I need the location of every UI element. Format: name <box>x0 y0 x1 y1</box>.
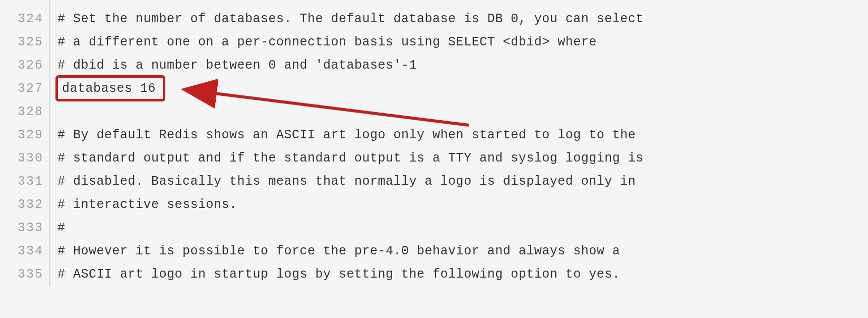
line-content: # disabled. Basically this means that no… <box>50 170 636 193</box>
code-line: 332# interactive sessions. <box>0 193 868 216</box>
code-line: 329# By default Redis shows an ASCII art… <box>0 123 868 146</box>
line-content: # ASCII art logo in startup logs by sett… <box>50 262 620 286</box>
line-content: # By default Redis shows an ASCII art lo… <box>50 123 636 146</box>
highlight-box: databases 16 <box>55 75 165 101</box>
code-line: 335# ASCII art logo in startup logs by s… <box>0 262 868 286</box>
line-number: 327 <box>0 77 50 100</box>
line-number: 330 <box>0 146 50 170</box>
line-text: # Set the number of databases. The defau… <box>57 12 644 26</box>
line-text: # <box>57 221 66 235</box>
line-text: # dbid is a number between 0 and 'databa… <box>57 58 417 73</box>
line-content: # dbid is a number between 0 and 'databa… <box>50 54 417 77</box>
line-number: 328 <box>0 100 50 123</box>
line-text: # standard output and if the standard ou… <box>57 151 644 166</box>
code-line: 333# <box>0 216 868 239</box>
line-content: # However it is possible to force the pr… <box>50 239 620 262</box>
line-content: # interactive sessions. <box>50 193 237 216</box>
code-line: 324# Set the number of databases. The de… <box>0 7 868 30</box>
code-line: 325# a different one on a per-connection… <box>0 30 868 54</box>
line-number: 324 <box>0 7 50 30</box>
line-text: # By default Redis shows an ASCII art lo… <box>57 128 636 142</box>
line-text: # disabled. Basically this means that no… <box>57 174 636 189</box>
line-number: 331 <box>0 170 50 193</box>
line-text: # ASCII art logo in startup logs by sett… <box>57 267 620 282</box>
code-editor[interactable]: 324# Set the number of databases. The de… <box>0 0 868 286</box>
line-number: 329 <box>0 123 50 146</box>
code-line: 327databases 16 <box>0 77 868 100</box>
line-content: # a different one on a per-connection ba… <box>50 30 597 54</box>
line-number: 332 <box>0 193 50 216</box>
line-number: 325 <box>0 30 50 54</box>
line-content <box>50 0 57 7</box>
code-line: 326# dbid is a number between 0 and 'dat… <box>0 54 868 77</box>
line-text: # interactive sessions. <box>57 197 237 212</box>
line-number: 335 <box>0 262 50 286</box>
line-number: 326 <box>0 54 50 77</box>
line-number: 334 <box>0 239 50 262</box>
line-content: # standard output and if the standard ou… <box>50 146 644 170</box>
line-text: # However it is possible to force the pr… <box>57 244 620 258</box>
code-line-partial <box>0 0 868 7</box>
code-line: 334# However it is possible to force the… <box>0 239 868 262</box>
line-number: 333 <box>0 216 50 239</box>
code-line: 328 <box>0 100 868 123</box>
line-content: # <box>50 216 66 239</box>
line-number <box>0 0 50 7</box>
line-content: # Set the number of databases. The defau… <box>50 7 644 30</box>
line-text: # a different one on a per-connection ba… <box>57 35 597 49</box>
line-content: databases 16 <box>50 77 165 100</box>
code-line: 331# disabled. Basically this means that… <box>0 170 868 193</box>
line-content <box>50 100 57 123</box>
code-line: 330# standard output and if the standard… <box>0 146 868 170</box>
